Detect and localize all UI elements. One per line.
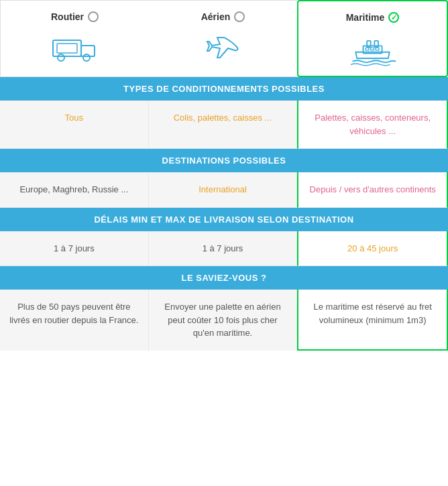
- delais-aerien-text: 1 à 7 jours: [203, 243, 243, 253]
- svg-point-3: [58, 54, 64, 61]
- delais-maritime-text: 20 à 45 jours: [347, 243, 398, 253]
- svg-rect-13: [370, 48, 374, 50]
- section-delais: DÉLAIS MIN ET MAX DE LIVRAISON SELON DES…: [0, 208, 448, 267]
- destinations-cell-aerien: International: [149, 172, 298, 208]
- section-destinations: DESTINATIONS POSSIBLES Europe, Maghreb, …: [0, 149, 448, 208]
- aerien-label: Aérien: [201, 11, 231, 22]
- destinations-maritime-text: Depuis / vers d'autres continents: [310, 184, 436, 194]
- maritime-column[interactable]: Maritime: [297, 0, 448, 77]
- saviez-vous-routier-text: Plus de 50 pays peuvent être livrés en r…: [9, 302, 138, 325]
- transport-header: Routier Aérie: [0, 0, 448, 77]
- maritime-radio[interactable]: [388, 12, 399, 23]
- section-conditionnements: TYPES DE CONDITIONNEMENTS POSSIBLES Tous…: [0, 77, 448, 149]
- routier-icon: [52, 30, 99, 67]
- conditionnements-header: TYPES DE CONDITIONNEMENTS POSSIBLES: [0, 77, 448, 101]
- destinations-routier-text: Europe, Maghreb, Russie ...: [19, 184, 128, 194]
- svg-point-4: [83, 54, 90, 61]
- saviez-vous-aerien-text: Envoyer une palette en aérien peut coûte…: [164, 302, 280, 338]
- conditionnements-cell-maritime: Palettes, caisses, conteneurs, véhicules…: [297, 101, 448, 149]
- routier-column[interactable]: Routier: [0, 0, 149, 77]
- destinations-header: DESTINATIONS POSSIBLES: [0, 149, 448, 172]
- saviez-vous-cell-maritime: Le maritime est réservé au fret volumine…: [297, 290, 448, 351]
- maritime-label: Maritime: [346, 12, 385, 23]
- routier-title: Routier: [51, 11, 99, 22]
- delais-row: 1 à 7 jours 1 à 7 jours 20 à 45 jours: [0, 231, 448, 267]
- conditionnements-cell-aerien: Colis, palettes, caisses ...: [149, 101, 298, 149]
- delais-cell-routier: 1 à 7 jours: [0, 231, 149, 267]
- routier-label: Routier: [51, 11, 84, 22]
- svg-rect-8: [57, 44, 77, 53]
- conditionnements-aerien-text: Colis, palettes, caisses ...: [174, 113, 272, 123]
- aerien-radio[interactable]: [234, 11, 245, 22]
- destinations-cell-routier: Europe, Maghreb, Russie ...: [0, 172, 149, 208]
- saviez-vous-maritime-text: Le maritime est réservé au fret volumine…: [314, 302, 432, 325]
- conditionnements-row: Tous Colis, palettes, caisses ... Palett…: [0, 101, 448, 149]
- destinations-row: Europe, Maghreb, Russie ... Internationa…: [0, 172, 448, 208]
- saviez-vous-cell-routier: Plus de 50 pays peuvent être livrés en r…: [0, 290, 149, 351]
- delais-cell-aerien: 1 à 7 jours: [149, 231, 298, 267]
- aerien-title: Aérien: [201, 11, 245, 22]
- delais-routier-text: 1 à 7 jours: [54, 243, 95, 253]
- delais-header: DÉLAIS MIN ET MAX DE LIVRAISON SELON DES…: [0, 208, 448, 231]
- svg-rect-12: [366, 48, 369, 50]
- aerien-column[interactable]: Aérien: [149, 0, 297, 77]
- svg-rect-14: [376, 48, 379, 50]
- delais-cell-maritime: 20 à 45 jours: [297, 231, 448, 267]
- routier-radio[interactable]: [88, 11, 99, 22]
- maritime-title: Maritime: [346, 12, 400, 23]
- conditionnements-routier-text: Tous: [65, 113, 83, 123]
- section-saviez-vous: LE SAVIEZ-VOUS ? Plus de 50 pays peuvent…: [0, 266, 448, 351]
- saviez-vous-row: Plus de 50 pays peuvent être livrés en r…: [0, 290, 448, 351]
- maritime-icon: [349, 31, 396, 68]
- aerien-icon: [200, 30, 247, 67]
- conditionnements-cell-routier: Tous: [0, 101, 149, 149]
- destinations-cell-maritime: Depuis / vers d'autres continents: [297, 172, 448, 208]
- conditionnements-maritime-text: Palettes, caisses, conteneurs, véhicules…: [315, 113, 431, 136]
- destinations-aerien-text: International: [199, 184, 247, 194]
- saviez-vous-cell-aerien: Envoyer une palette en aérien peut coûte…: [149, 290, 298, 351]
- saviez-vous-header: LE SAVIEZ-VOUS ?: [0, 266, 448, 290]
